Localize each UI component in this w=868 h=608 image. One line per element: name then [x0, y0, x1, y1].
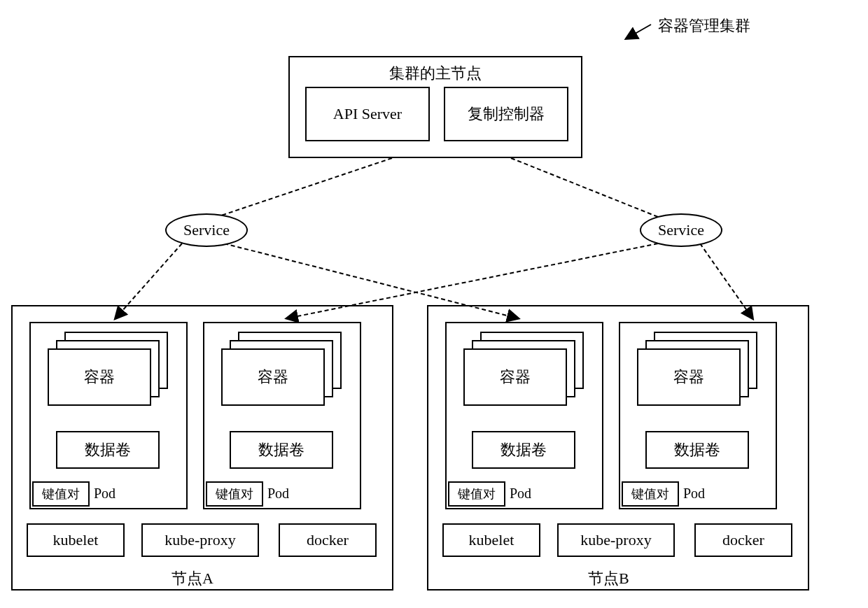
node-a-pod-2-volume-label: 数据卷 [258, 439, 304, 460]
master-title: 集群的主节点 [389, 63, 482, 84]
svg-line-2 [511, 158, 658, 217]
api-server-label: API Server [333, 105, 402, 123]
node-b-pod-2-label: Pod [683, 486, 705, 502]
node-b-pod-2-kvpair-label: 键值对 [631, 486, 669, 502]
replication-controller-box: 复制控制器 [444, 87, 568, 141]
service-2-label: Service [658, 221, 704, 239]
node-b-pod-2-container-layer-1: 容器 [637, 348, 741, 406]
node-a-pod-1-kvpair-label: 键值对 [42, 486, 80, 502]
node-b-pod-1-container-layer-1: 容器 [463, 348, 567, 406]
node-b-docker: docker [694, 523, 792, 557]
node-b-pod-2-kvpair: 键值对 [622, 481, 679, 507]
node-a-pod-1-container-layer-1: 容器 [48, 348, 151, 406]
node-b-pod-2-volume-label: 数据卷 [674, 439, 720, 460]
node-b-pod-2-volume: 数据卷 [645, 431, 749, 469]
node-a-pod-1-kvpair: 键值对 [32, 481, 90, 507]
node-a-docker: docker [279, 523, 377, 557]
node-b-docker-label: docker [722, 531, 764, 549]
node-a-pod-2-label: Pod [267, 486, 289, 502]
node-b-pod-2-container-label: 容器 [673, 367, 704, 388]
node-a-kubelet-label: kubelet [53, 531, 99, 549]
svg-line-1 [217, 158, 392, 217]
node-a-name: 节点A [172, 568, 214, 589]
api-server-box: API Server [305, 87, 430, 141]
node-a-pod-2-container-label: 容器 [258, 367, 288, 388]
service-2-ellipse: Service [640, 213, 722, 247]
node-a-kubelet: kubelet [27, 523, 125, 557]
cluster-title: 容器管理集群 [658, 15, 750, 36]
node-b-pod-1-kvpair: 键值对 [448, 481, 505, 507]
node-b-kube-proxy: kube-proxy [557, 523, 675, 557]
node-a-pod-1-container-label: 容器 [84, 367, 115, 388]
node-b-name: 节点B [588, 568, 629, 589]
node-a-pod-1-volume-label: 数据卷 [85, 439, 131, 460]
node-a-pod-2-container-layer-1: 容器 [221, 348, 325, 406]
node-a-pod-2-kvpair-label: 键值对 [216, 486, 253, 502]
node-b-pod-1-label: Pod [510, 486, 531, 502]
node-b-kube-proxy-label: kube-proxy [580, 531, 651, 549]
node-b-kubelet: kubelet [442, 523, 540, 557]
replication-controller-label: 复制控制器 [468, 104, 545, 125]
node-b-pod-1-container-label: 容器 [500, 367, 531, 388]
node-a-kube-proxy-label: kube-proxy [164, 531, 235, 549]
node-a-kube-proxy: kube-proxy [141, 523, 259, 557]
node-b-kubelet-label: kubelet [469, 531, 514, 549]
node-a-pod-1-volume: 数据卷 [56, 431, 160, 469]
svg-line-0 [626, 24, 651, 38]
service-1-label: Service [183, 221, 230, 239]
node-a-pod-2-kvpair: 键值对 [206, 481, 263, 507]
node-b-pod-1-volume: 数据卷 [472, 431, 575, 469]
node-b-pod-1-volume-label: 数据卷 [500, 439, 547, 460]
node-a-pod-1-label: Pod [94, 486, 115, 502]
node-b-pod-1-kvpair-label: 键值对 [458, 486, 496, 502]
node-a-pod-2-volume: 数据卷 [230, 431, 333, 469]
service-1-ellipse: Service [165, 213, 248, 247]
node-a-docker-label: docker [307, 531, 349, 549]
